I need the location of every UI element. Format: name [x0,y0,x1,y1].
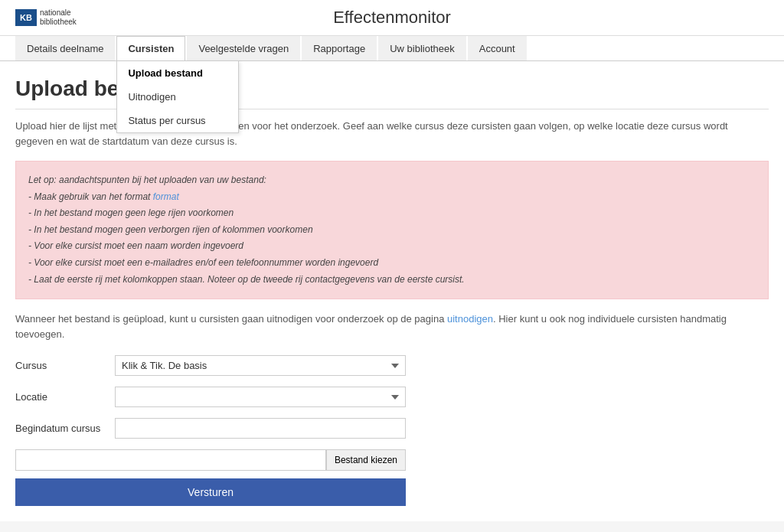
cursus-row: Cursus Klik & Tik. De basis [15,355,406,376]
nav-bar: Details deelname Cursisten Upload bestan… [0,36,784,61]
tab-cursisten-wrapper[interactable]: Cursisten Upload bestand Uitnodigen Stat… [116,36,187,60]
logo-area: KB nationale bibliotheek [15,8,122,27]
submit-button[interactable]: Versturen [15,478,406,506]
tab-details[interactable]: Details deelname [15,36,115,60]
tab-cursisten[interactable]: Cursisten [116,36,185,61]
file-text-input[interactable] [15,449,326,471]
begindatum-label: Begindatum cursus [15,423,115,434]
info-text: Wanneer het bestand is geüpload, kunt u … [15,312,769,341]
format-link[interactable]: format [153,191,179,202]
begindatum-row: Begindatum cursus [15,418,406,439]
file-choose-button[interactable]: Bestand kiezen [326,449,406,471]
notice-line1: - Maak gebruik van het format format [28,189,756,206]
kb-line2: bibliotheek [40,18,77,27]
cursisten-dropdown: Upload bestand Uitnodigen Status per cur… [116,60,239,133]
info-text-before: Wanneer het bestand is geüpload, kunt u … [15,313,447,325]
app-title: Effectenmonitor [122,8,662,28]
tab-uw-bibliotheek[interactable]: Uw bibliotheek [378,36,466,60]
notice-box: Let op: aandachtspunten bij het uploaden… [15,161,769,299]
cursus-label: Cursus [15,360,115,371]
dropdown-item-upload[interactable]: Upload bestand [117,61,238,85]
uitnodigen-link[interactable]: uitnodigen [447,313,493,325]
notice-line5: - Voor elke cursist moet een e-mailadres… [28,255,756,272]
notice-line2: - In het bestand mogen geen lege rijen v… [28,205,756,222]
logo-kb: KB nationale bibliotheek [15,8,77,27]
app-header: KB nationale bibliotheek Effectenmonitor [0,0,784,36]
cursus-select[interactable]: Klik & Tik. De basis [115,355,406,376]
tab-veelgestelde[interactable]: Veelgestelde vragen [187,36,300,60]
kb-text: nationale bibliotheek [40,8,77,27]
notice-line6: - Laat de eerste rij met kolomkoppen sta… [28,272,756,289]
locatie-row: Locatie [15,387,406,407]
tab-account[interactable]: Account [468,36,527,60]
tab-rapportage[interactable]: Rapportage [302,36,377,60]
notice-line4: - Voor elke cursist moet een naam worden… [28,238,756,255]
kb-line1: nationale [40,8,77,18]
notice-line3: - In het bestand mogen geen verborgen ri… [28,222,756,239]
locatie-label: Locatie [15,391,115,403]
dropdown-item-uitnodigen[interactable]: Uitnodigen [117,85,238,109]
dropdown-item-status[interactable]: Status per cursus [117,109,238,132]
kb-label: KB [20,13,32,22]
kb-box: KB [15,9,37,26]
file-row: Bestand kiezen [15,449,406,471]
locatie-select[interactable] [115,387,406,407]
upload-form: Cursus Klik & Tik. De basis Locatie Begi… [15,355,406,506]
notice-line0: Let op: aandachtspunten bij het uploaden… [28,172,756,189]
begindatum-input[interactable] [115,418,406,439]
